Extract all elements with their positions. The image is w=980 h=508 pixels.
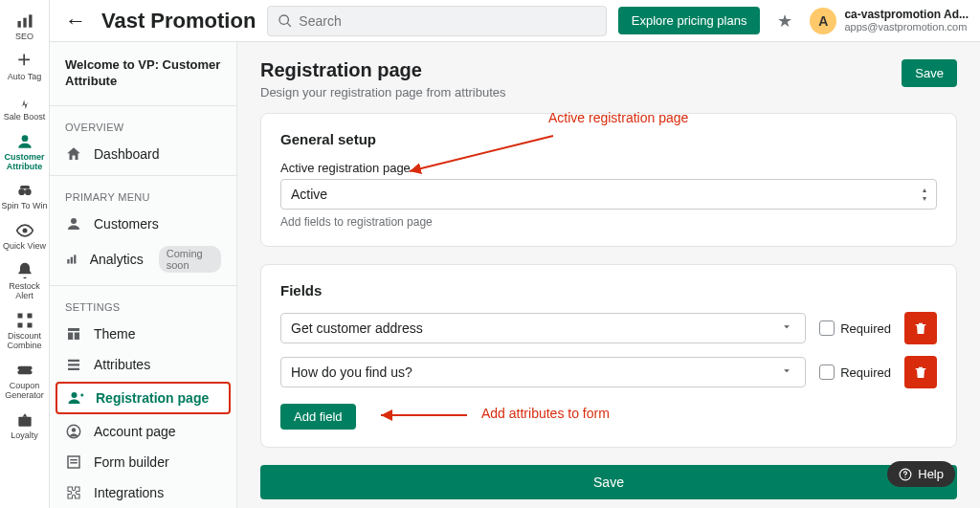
- puzzle-icon: [65, 484, 82, 501]
- search-input[interactable]: [299, 13, 595, 29]
- svg-point-13: [16, 369, 19, 372]
- delete-field-button-0[interactable]: [904, 312, 937, 344]
- user-name: ca-vastpromotion Ad...: [844, 9, 969, 21]
- help-button[interactable]: Help: [887, 461, 955, 487]
- svg-rect-0: [17, 21, 20, 28]
- fields-heading: Fields: [280, 282, 937, 298]
- field-row-0: Get customer address Required: [280, 312, 937, 344]
- svg-rect-30: [70, 459, 78, 461]
- person-add-icon: [67, 389, 84, 407]
- rail-quickview[interactable]: Quick View: [2, 219, 48, 254]
- help-icon: [899, 468, 912, 481]
- general-setup-card: General setup Active registration page A…: [260, 113, 957, 247]
- svg-point-16: [71, 218, 77, 224]
- svg-point-5: [25, 189, 32, 196]
- required-checkbox-1[interactable]: Required: [819, 364, 891, 380]
- annotation-arrow-2: [376, 406, 472, 425]
- back-arrow-icon[interactable]: ←: [61, 9, 90, 33]
- rail-saleboost[interactable]: Sale Boost: [2, 90, 48, 124]
- form-icon: [65, 453, 82, 471]
- user-block[interactable]: A ca-vastpromotion Ad... apps@vastpromot…: [810, 8, 969, 34]
- svg-point-28: [72, 428, 77, 432]
- svg-point-3: [21, 135, 28, 142]
- svg-point-14: [31, 369, 33, 372]
- bars-icon: [65, 251, 78, 268]
- field-row-1: How do you find us? Required: [280, 356, 937, 388]
- field-select-0[interactable]: Get customer address: [280, 313, 806, 343]
- svg-rect-31: [70, 462, 78, 464]
- sidebar-item-attributes[interactable]: Attributes: [50, 349, 236, 380]
- coming-soon-badge: Coming soon: [159, 246, 221, 273]
- rail-autotag[interactable]: Auto Tag: [2, 50, 48, 84]
- svg-rect-24: [68, 364, 79, 365]
- rail-customer-attribute[interactable]: Customer Attribute: [2, 130, 48, 174]
- svg-point-7: [22, 229, 27, 233]
- main-content: Registration page Design your registrati…: [237, 42, 980, 508]
- sidebar: Welcome to VP: Customer Attribute OVERVI…: [50, 42, 237, 508]
- sidebar-title: Welcome to VP: Customer Attribute: [50, 54, 236, 99]
- icon-rail: SEO Auto Tag Sale Boost Customer Attribu…: [0, 0, 50, 508]
- svg-rect-20: [68, 328, 79, 331]
- group-overview: OVERVIEW: [50, 112, 236, 139]
- account-icon: [65, 423, 82, 440]
- group-settings: SETTINGS: [50, 292, 236, 319]
- svg-rect-6: [20, 186, 30, 188]
- sidebar-item-integrations[interactable]: Integrations: [50, 477, 236, 508]
- annotation-active-reg: Active registration page: [548, 110, 688, 125]
- sidebar-item-dashboard[interactable]: Dashboard: [50, 139, 236, 169]
- page-subtitle: Design your registration page from attri…: [260, 85, 506, 99]
- rail-discountcombine[interactable]: Discount Combine: [2, 309, 48, 353]
- sidebar-item-customers[interactable]: Customers: [50, 209, 236, 239]
- favorite-star-icon[interactable]: ★: [771, 11, 798, 32]
- svg-rect-1: [23, 18, 26, 28]
- updown-icon: ▴▾: [923, 186, 926, 203]
- svg-rect-10: [17, 323, 22, 328]
- trash-icon: [913, 364, 928, 380]
- svg-rect-2: [29, 14, 32, 27]
- avatar: A: [810, 8, 836, 34]
- svg-rect-9: [27, 314, 32, 319]
- sidebar-item-account[interactable]: Account page: [50, 416, 236, 447]
- svg-rect-15: [18, 416, 31, 426]
- person-icon: [65, 215, 82, 232]
- general-help-text: Add fields to registration page: [280, 215, 937, 229]
- delete-field-button-1[interactable]: [904, 356, 937, 388]
- svg-point-26: [72, 392, 78, 398]
- sidebar-item-registration[interactable]: Registration page: [56, 382, 231, 414]
- rail-restockalert[interactable]: Restock Alert: [2, 259, 48, 303]
- annotation-add-attr: Add attributes to form: [481, 406, 610, 421]
- group-primary: PRIMARY MENU: [50, 182, 236, 209]
- fields-card: Fields Get customer address Required: [260, 264, 957, 448]
- save-bar-bottom[interactable]: Save: [260, 465, 957, 499]
- svg-rect-21: [68, 332, 73, 340]
- chevron-down-icon: [780, 364, 793, 381]
- svg-rect-22: [75, 332, 79, 340]
- field-select-1[interactable]: How do you find us?: [280, 357, 806, 387]
- rail-spintowin[interactable]: Spin To Win: [2, 179, 48, 213]
- search-input-wrap[interactable]: [267, 6, 606, 36]
- svg-rect-12: [17, 366, 32, 374]
- page-title: Registration page: [260, 59, 506, 81]
- rail-loyalty[interactable]: Loyalty: [2, 409, 48, 443]
- sidebar-item-theme[interactable]: Theme: [50, 319, 236, 349]
- search-icon: [278, 13, 293, 29]
- rail-coupongenerator[interactable]: Coupon Generator: [2, 359, 48, 403]
- svg-rect-25: [68, 368, 79, 370]
- svg-rect-17: [67, 259, 69, 264]
- topbar: ← Vast Promotion Explore pricing plans ★…: [50, 0, 980, 42]
- home-icon: [65, 145, 82, 163]
- brand-title: Vast Promotion: [101, 9, 256, 33]
- sidebar-item-formbuilder[interactable]: Form builder: [50, 447, 236, 477]
- active-reg-select[interactable]: Active ▴▾: [280, 179, 937, 210]
- trash-icon: [913, 320, 928, 336]
- sidebar-item-analytics[interactable]: Analytics Coming soon: [50, 239, 236, 279]
- required-checkbox-0[interactable]: Required: [819, 320, 891, 336]
- active-reg-label: Active registration page: [280, 161, 937, 175]
- list-icon: [65, 356, 82, 373]
- rail-seo[interactable]: SEO: [2, 10, 48, 44]
- svg-point-4: [18, 189, 25, 196]
- add-field-button[interactable]: Add field: [280, 404, 356, 430]
- svg-rect-11: [27, 323, 32, 328]
- save-button-top[interactable]: Save: [902, 59, 957, 87]
- explore-pricing-button[interactable]: Explore pricing plans: [618, 7, 761, 34]
